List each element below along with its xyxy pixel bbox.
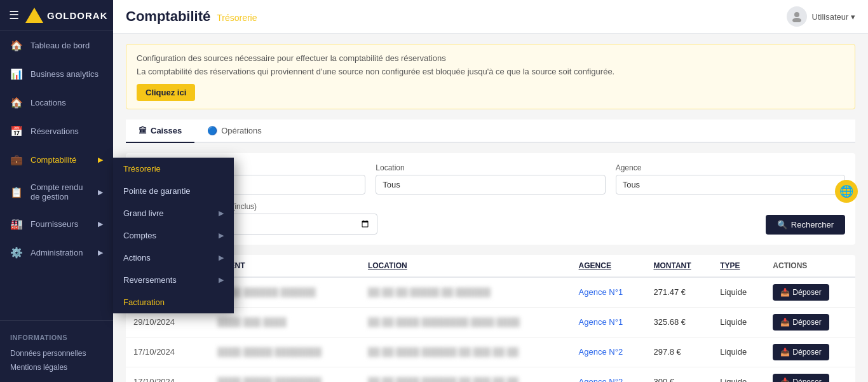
cell-agence[interactable]: Agence N°1 [571,277,646,308]
gear-icon: ⚙️ [10,247,23,259]
location-icon: 🏠 [10,97,23,109]
deposit-icon: 📥 [780,288,790,297]
sidebar-bottom: INFORMATIONS Données personnelles Mentio… [0,320,113,382]
dropdown-item-label: Reversements [123,275,177,285]
sidebar-item-label: Fournisseurs [31,219,78,229]
col-montant[interactable]: MONTANT [646,255,712,277]
dropdown-item-pointe-garantie[interactable]: Pointe de garantie [113,180,234,202]
dropdown-item-facturation[interactable]: Facturation [113,291,234,313]
dropdown-item-actions[interactable]: Actions ▶ [113,247,234,269]
deposit-icon: 📥 [780,378,790,382]
filter-row-2: Tous les paiements avant le (inclus) 🔍 R… [136,202,845,235]
cell-actions: 📥 Déposer [765,337,855,367]
cell-montant: 300 € [646,367,712,382]
sidebar-item-label: Tableau de bord [31,41,90,50]
dropdown-item-label: Facturation [123,297,165,307]
cell-location: ██ ██ ████ ██████ ██ ███ ██ ██ [360,337,571,367]
deposit-icon: 📥 [780,348,790,357]
comptabilite-dropdown: Trésorerie Pointe de garantie Grand livr… [113,158,234,313]
chevron-icon: ▶ [98,156,103,164]
sidebar-item-label: Comptabilité [31,155,76,165]
tabs-row: 🏛 Caisses 🔵 Opérations [126,119,855,143]
sidebar-item-compte-rendu[interactable]: 📋 Compte rendu de gestion ▶ [0,174,113,210]
sidebar-item-administration[interactable]: ⚙️ Administration ▶ [0,238,113,267]
cell-type: Liquide [712,337,765,367]
agence-label: Agence [616,163,845,172]
chevron-icon: ▶ [98,220,103,228]
info-section-label: INFORMATIONS [10,334,103,341]
alert-button[interactable]: Cliquez ici [137,84,195,101]
sidebar-item-label: Administration [31,248,83,257]
search-label: Rechercher [791,220,834,229]
hamburger-icon[interactable]: ☰ [9,8,19,22]
logo-text: GOLDORAK [47,10,108,21]
agence-input[interactable] [616,175,845,194]
alert-text-line1: Configuration des sources nécessaire pou… [137,52,844,65]
briefcase-icon: 💼 [10,154,23,166]
calendar-icon: 📅 [10,125,23,137]
topbar-right: Utilisateur ▾ [787,6,855,27]
dropdown-item-label: Grand livre [123,208,164,218]
sidebar-item-label: Compte rendu de gestion [31,182,90,201]
cell-actions: 📥 Déposer [765,277,855,308]
cell-actions: 📥 Déposer [765,307,855,337]
cell-client: ████ █████ ████████ [210,367,360,382]
table-row: 17/10/2024 ████ █████ ████████ ██ ██ ███… [126,337,855,367]
dropdown-item-label: Comptes [123,231,156,240]
mentions-link[interactable]: Mentions légales [10,360,103,374]
arrow-icon: ▶ [219,254,224,262]
sidebar-item-tableau[interactable]: 🏠 Tableau de bord [0,31,113,60]
logo-area: GOLDORAK [25,8,108,23]
alert-text-line2: La comptabilité des réservations qui pro… [137,65,844,79]
table-row: 29/10/2024 ████ ███ ████ ██ ██ ████ ████… [126,307,855,337]
alert-box: Configuration des sources nécessaire pou… [126,44,855,109]
tab-caisses[interactable]: 🏛 Caisses [126,119,194,143]
user-name[interactable]: Utilisateur ▾ [812,12,855,22]
cell-montant: 297.8 € [646,337,712,367]
col-agence[interactable]: AGENCE [571,255,646,277]
page-title-area: Comptabilité Trésorerie [126,8,257,25]
sidebar-item-locations[interactable]: 🏠 Locations [0,88,113,117]
caisses-icon: 🏛 [139,126,147,135]
cell-type: Liquide [712,367,765,382]
dropdown-item-label: Actions [123,253,151,263]
col-type[interactable]: TYPE [712,255,765,277]
table-row: 17/10/2024 ████ █████ ████████ ██ ██ ███… [126,367,855,382]
cell-agence[interactable]: Agence N°2 [571,337,646,367]
sidebar: ☰ GOLDORAK 🏠 Tableau de bord 📊 Business … [0,0,113,382]
table-row: ████ ██████ ██████ ██ ██ ██ █████ ██ ███… [126,277,855,308]
deposer-button[interactable]: 📥 Déposer [773,314,829,331]
dropdown-item-comptes[interactable]: Comptes ▶ [113,224,234,247]
sidebar-item-comptabilite[interactable]: 💼 Comptabilité ▶ [0,146,113,174]
svg-point-1 [794,12,799,17]
dropdown-item-grand-livre[interactable]: Grand livre ▶ [113,202,234,224]
dropdown-item-reversements[interactable]: Reversements ▶ [113,269,234,291]
deposit-icon: 📥 [780,318,790,327]
sidebar-item-reservations[interactable]: 📅 Réservations [0,117,113,146]
cell-location: ██ ██ ██ █████ ██ ██████ [360,277,571,308]
page-title: Comptabilité [126,8,210,25]
deposer-button[interactable]: 📥 Déposer [773,344,829,360]
filter-row-1: Client Location Agence [136,163,845,194]
sidebar-item-fournisseurs[interactable]: 🏭 Fournisseurs ▶ [0,210,113,238]
globe-icon[interactable]: 🌐 [835,180,858,203]
deposer-button[interactable]: 📥 Déposer [773,284,829,301]
cell-montant: 325.68 € [646,307,712,337]
cell-location: ██ ██ ████ ████████ ████ ████ [360,307,571,337]
cell-agence[interactable]: Agence N°1 [571,307,646,337]
deposer-button[interactable]: 📥 Déposer [773,374,829,382]
donnees-link[interactable]: Données personnelles [10,346,103,360]
tab-operations[interactable]: 🔵 Opérations [194,119,275,143]
sidebar-item-label: Réservations [31,126,79,136]
search-button[interactable]: 🔍 Rechercher [766,215,845,235]
home-icon: 🏠 [10,39,23,51]
cell-date: 17/10/2024 [126,367,210,382]
col-actions: ACTIONS [765,255,855,277]
sidebar-item-business[interactable]: 📊 Business analytics [0,60,113,88]
user-avatar [787,6,807,27]
topbar: Comptabilité Trésorerie Utilisateur ▾ [113,0,868,34]
location-input[interactable] [376,175,605,194]
cell-agence[interactable]: Agence N°2 [571,367,646,382]
col-location[interactable]: LOCATION [360,255,571,277]
dropdown-item-tresorerie[interactable]: Trésorerie [113,158,234,180]
